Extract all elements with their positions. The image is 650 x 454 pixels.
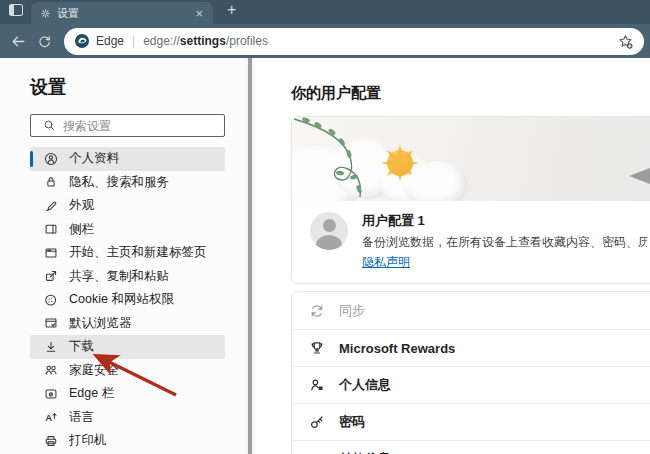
profile-name: 用户配置 1 bbox=[362, 212, 647, 230]
sidebar-item-label: 默认浏览器 bbox=[69, 315, 132, 332]
settings-page: 设置 个人资料隐私、搜索和服务外观侧栏开始、主页和新建标签页共享、复制和粘贴Co… bbox=[0, 58, 650, 454]
profile-settings-list: 同步Microsoft Rewards个人信息密码付款信息 bbox=[291, 291, 650, 454]
sidebar-item-label: 隐私、搜索和服务 bbox=[69, 174, 169, 191]
printer-icon bbox=[44, 434, 58, 448]
sidebar-item-12[interactable]: 打印机 bbox=[30, 429, 225, 453]
browser-check-icon bbox=[44, 316, 58, 330]
sidebar-scrollbar[interactable] bbox=[245, 58, 255, 454]
language-icon: A bbox=[44, 410, 58, 424]
svg-text:A: A bbox=[45, 412, 52, 423]
settings-sidebar: 设置 个人资料隐私、搜索和服务外观侧栏开始、主页和新建标签页共享、复制和粘贴Co… bbox=[0, 58, 245, 454]
sidebar-item-label: 家庭安全 bbox=[69, 362, 119, 379]
sidebar-item-label: 侧栏 bbox=[69, 221, 94, 238]
avatar[interactable] bbox=[310, 212, 348, 250]
settings-row-label: Microsoft Rewards bbox=[339, 341, 455, 356]
sidebar-item-4[interactable]: 开始、主页和新建标签页 bbox=[30, 241, 225, 265]
sidebar-item-11[interactable]: A语言 bbox=[30, 406, 225, 430]
profile-summary: 用户配置 1 备份浏览数据，在所有设备上查看收藏内容、密码、历史记录 隐私声明 bbox=[292, 201, 650, 283]
sidebar-item-label: Cookie 和网站权限 bbox=[69, 291, 174, 308]
settings-row-1[interactable]: Microsoft Rewards bbox=[292, 329, 650, 366]
settings-row-label: 付款信息 bbox=[339, 450, 391, 454]
sidebar-item-8[interactable]: 下载 bbox=[30, 335, 225, 359]
sidebar-item-label: 下载 bbox=[69, 338, 94, 355]
download-icon bbox=[44, 340, 58, 354]
lock-icon bbox=[44, 175, 58, 189]
url-brand-label: Edge bbox=[96, 34, 124, 48]
gray-pointer-icon bbox=[629, 168, 650, 184]
sidebar-title: 设置 bbox=[30, 75, 245, 99]
home-tabs-icon bbox=[44, 246, 58, 260]
rewards-trophy-icon bbox=[309, 340, 325, 356]
personal-info-icon bbox=[309, 377, 325, 393]
sidebar-item-label: 共享、复制和粘贴 bbox=[69, 268, 169, 285]
tab-close-icon[interactable]: × bbox=[192, 6, 206, 21]
url-bar[interactable]: Edge | edge://settings/profiles bbox=[64, 28, 644, 55]
browser-address-bar: Edge | edge://settings/profiles bbox=[0, 24, 650, 58]
new-tab-button[interactable]: + bbox=[223, 2, 240, 18]
sidebar-item-5[interactable]: 共享、复制和粘贴 bbox=[30, 265, 225, 289]
vine-illustration bbox=[292, 117, 422, 201]
sidebar-item-3[interactable]: 侧栏 bbox=[30, 218, 225, 242]
profile-banner-image bbox=[292, 117, 650, 201]
privacy-statement-link[interactable]: 隐私声明 bbox=[362, 254, 410, 271]
profile-description: 备份浏览数据，在所有设备上查看收藏内容、密码、历史记录 bbox=[362, 234, 647, 251]
back-icon[interactable] bbox=[10, 33, 27, 50]
person-circle-icon bbox=[44, 152, 58, 166]
sidebar-item-label: Edge 栏 bbox=[69, 385, 114, 402]
search-input[interactable] bbox=[63, 119, 218, 133]
browser-tab-settings[interactable]: 设置 × bbox=[31, 2, 213, 24]
settings-row-label: 个人信息 bbox=[339, 376, 391, 394]
scrollbar-thumb[interactable] bbox=[248, 58, 252, 454]
tab-title: 设置 bbox=[57, 6, 192, 21]
settings-row-label: 密码 bbox=[339, 413, 365, 431]
settings-row-2[interactable]: 个人信息 bbox=[292, 366, 650, 403]
browser-tab-bar: 设置 × + bbox=[0, 0, 650, 24]
settings-row-0[interactable]: 同步 bbox=[292, 292, 650, 329]
sidebar-item-0[interactable]: 个人资料 bbox=[30, 147, 225, 171]
sidebar-item-2[interactable]: 外观 bbox=[30, 194, 225, 218]
url-text: edge://settings/profiles bbox=[143, 34, 268, 48]
sidebar-item-label: 语言 bbox=[69, 409, 94, 426]
sidebar-item-10[interactable]: Edge 栏 bbox=[30, 382, 225, 406]
url-separator: | bbox=[132, 34, 135, 48]
main-content: 你的用户配置 bbox=[255, 58, 650, 454]
sidebar-item-label: 个人资料 bbox=[69, 150, 119, 167]
family-icon bbox=[44, 363, 58, 377]
profile-card: 用户配置 1 备份浏览数据，在所有设备上查看收藏内容、密码、历史记录 隐私声明 bbox=[291, 116, 650, 284]
edge-logo-icon bbox=[74, 33, 90, 49]
sidebar-item-label: 打印机 bbox=[69, 432, 107, 449]
cookie-icon bbox=[44, 293, 58, 307]
appearance-icon bbox=[44, 199, 58, 213]
settings-row-3[interactable]: 密码 bbox=[292, 403, 650, 440]
refresh-icon[interactable] bbox=[37, 34, 52, 49]
search-icon bbox=[43, 119, 56, 132]
sidebar-panel-icon bbox=[44, 222, 58, 236]
settings-row-label: 同步 bbox=[339, 302, 365, 320]
edge-bar-icon bbox=[44, 387, 58, 401]
search-box[interactable] bbox=[30, 114, 225, 137]
share-icon bbox=[44, 269, 58, 283]
sidebar-item-1[interactable]: 隐私、搜索和服务 bbox=[30, 171, 225, 195]
sidebar-item-label: 开始、主页和新建标签页 bbox=[69, 244, 207, 261]
key-icon bbox=[309, 414, 325, 430]
page-title: 你的用户配置 bbox=[291, 84, 650, 103]
sidebar-item-label: 外观 bbox=[69, 197, 94, 214]
vertical-tabs-icon[interactable] bbox=[9, 4, 23, 16]
sidebar-item-9[interactable]: 家庭安全 bbox=[30, 359, 225, 383]
settings-row-4[interactable]: 付款信息 bbox=[292, 440, 650, 454]
gear-icon bbox=[40, 8, 51, 19]
sync-icon bbox=[309, 303, 325, 319]
sidebar-item-7[interactable]: 默认浏览器 bbox=[30, 312, 225, 336]
sidebar-item-6[interactable]: Cookie 和网站权限 bbox=[30, 288, 225, 312]
favorite-star-icon[interactable] bbox=[617, 33, 634, 50]
sidebar-nav: 个人资料隐私、搜索和服务外观侧栏开始、主页和新建标签页共享、复制和粘贴Cooki… bbox=[0, 147, 245, 453]
